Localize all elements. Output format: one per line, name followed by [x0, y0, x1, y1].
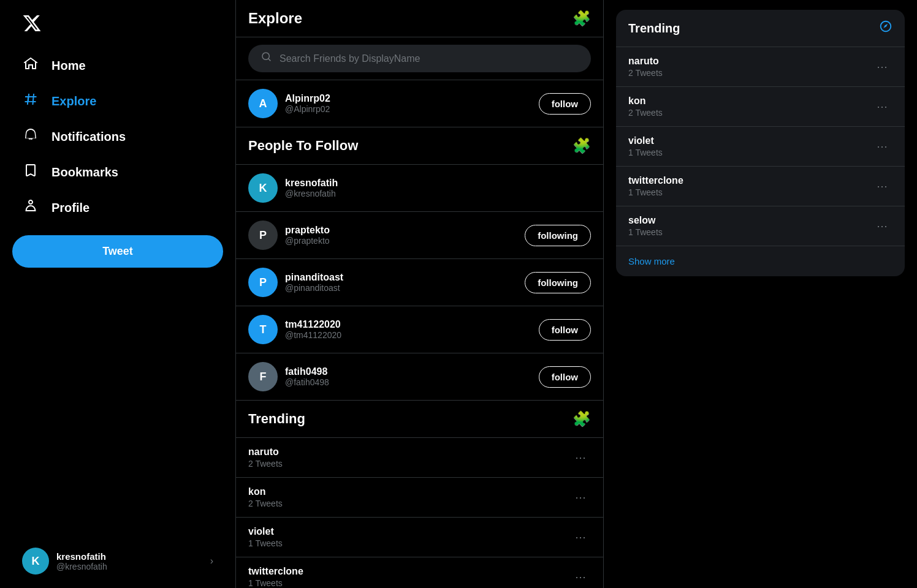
- trending-info: twitterclone 1 Tweets: [248, 566, 303, 588]
- trending-panel-item[interactable]: twitterclone 1 Tweets ⋯: [616, 167, 905, 206]
- main-content: Explore 🧩 A Alpinrp02 @Alpinrp02 follow …: [236, 0, 604, 588]
- user-handle: @fatih0498: [285, 377, 531, 387]
- trending-panel-item[interactable]: selow 1 Tweets ⋯: [616, 206, 905, 246]
- profile-icon: [22, 198, 39, 217]
- sidebar-item-label: Notifications: [51, 130, 126, 144]
- trending-panel-header: Trending: [616, 10, 905, 47]
- more-options-button[interactable]: ⋯: [872, 177, 892, 195]
- display-name: fatih0498: [285, 366, 531, 377]
- display-name: kresnofatih: [285, 178, 591, 189]
- sidebar-item-label: Bookmarks: [51, 165, 118, 179]
- people-to-follow-list: K kresnofatih @kresnofatih P praptekto @…: [236, 165, 603, 401]
- sidebar-item-label: Profile: [51, 201, 89, 215]
- list-item: T tm41122020 @tm41122020 follow: [236, 306, 603, 353]
- trending-name: kon: [248, 486, 283, 497]
- trending-count: 2 Tweets: [248, 499, 283, 508]
- trending-count: 2 Tweets: [248, 459, 283, 469]
- more-options-button[interactable]: ⋯: [872, 217, 892, 235]
- sidebar-item-notifications[interactable]: Notifications: [12, 119, 223, 154]
- puzzle-icon-2: 🧩: [573, 137, 591, 154]
- trending-name: twitterclone: [248, 566, 303, 577]
- chevron-right-icon: ›: [210, 556, 213, 567]
- follow-button[interactable]: follow: [539, 366, 591, 388]
- user-info: Alpinrp02 @Alpinrp02: [285, 93, 531, 114]
- trending-name: kon: [628, 96, 663, 107]
- puzzle-icon-3: 🧩: [573, 410, 591, 428]
- sidebar-item-label: Home: [51, 59, 86, 73]
- trending-item[interactable]: naruto 2 Tweets ⋯: [236, 438, 603, 478]
- sidebar-user-profile[interactable]: K kresnofatih @kresnofatih ›: [12, 540, 223, 582]
- sidebar-item-home[interactable]: Home: [12, 48, 223, 83]
- compass-icon: [879, 20, 892, 37]
- display-name: praptekto: [285, 225, 517, 236]
- avatar: K: [22, 548, 49, 575]
- tweet-button[interactable]: Tweet: [12, 235, 223, 268]
- trending-info: twitterclone 1 Tweets: [628, 175, 683, 197]
- trending-info: violet 1 Tweets: [628, 135, 663, 157]
- search-input[interactable]: [280, 53, 578, 64]
- user-info: fatih0498 @fatih0498: [285, 366, 531, 387]
- search-icon[interactable]: [261, 51, 272, 66]
- trending-item[interactable]: violet 1 Tweets ⋯: [236, 518, 603, 557]
- list-item: P praptekto @praptekto following: [236, 212, 603, 259]
- sidebar-user-info: kresnofatih @kresnofatih: [56, 551, 203, 571]
- search-bar: [236, 37, 603, 80]
- user-handle: @tm41122020: [285, 330, 531, 340]
- right-sidebar: Trending naruto 2 Tweets ⋯ kon 2 Tweets …: [604, 0, 917, 588]
- trending-count: 1 Tweets: [248, 538, 283, 548]
- trending-panel-item[interactable]: violet 1 Tweets ⋯: [616, 127, 905, 167]
- sidebar-item-profile[interactable]: Profile: [12, 190, 223, 225]
- trending-name: naruto: [628, 56, 663, 67]
- avatar: P: [248, 268, 278, 297]
- home-icon: [22, 56, 39, 75]
- follow-button[interactable]: follow: [539, 93, 591, 115]
- trending-list: naruto 2 Tweets ⋯ kon 2 Tweets ⋯ violet …: [236, 438, 603, 588]
- trending-item[interactable]: twitterclone 1 Tweets ⋯: [236, 557, 603, 588]
- user-info: praptekto @praptekto: [285, 225, 517, 246]
- avatar: A: [248, 89, 278, 118]
- page-title: Explore: [248, 10, 302, 27]
- user-info: kresnofatih @kresnofatih: [285, 178, 591, 198]
- more-options-button[interactable]: ⋯: [872, 137, 892, 156]
- more-options-button[interactable]: ⋯: [872, 58, 892, 76]
- following-button[interactable]: following: [525, 272, 591, 293]
- trending-header: Trending 🧩: [236, 401, 603, 438]
- list-item: F fatih0498 @fatih0498 follow: [236, 353, 603, 401]
- puzzle-icon: 🧩: [573, 10, 591, 27]
- trending-panel-item[interactable]: naruto 2 Tweets ⋯: [616, 47, 905, 87]
- more-options-button[interactable]: ⋯: [570, 528, 591, 546]
- main-header: Explore 🧩: [236, 0, 603, 37]
- trending-name: violet: [248, 526, 283, 537]
- avatar: F: [248, 362, 278, 391]
- more-options-button[interactable]: ⋯: [872, 97, 892, 116]
- trending-panel-item[interactable]: kon 2 Tweets ⋯: [616, 87, 905, 127]
- sidebar-handle: @kresnofatih: [56, 562, 203, 571]
- following-button[interactable]: following: [525, 225, 591, 246]
- sidebar-display-name: kresnofatih: [56, 551, 203, 562]
- user-handle: @pinanditoast: [285, 283, 517, 293]
- more-options-button[interactable]: ⋯: [570, 448, 591, 467]
- trending-count: 1 Tweets: [628, 227, 663, 237]
- people-to-follow-header: People To Follow 🧩: [236, 127, 603, 165]
- trending-info: violet 1 Tweets: [248, 526, 283, 548]
- trending-count: 1 Tweets: [248, 578, 303, 588]
- trending-count: 1 Tweets: [628, 187, 683, 197]
- sidebar-item-explore[interactable]: Explore: [12, 83, 223, 119]
- trending-name: selow: [628, 215, 663, 226]
- user-info: pinanditoast @pinanditoast: [285, 272, 517, 293]
- more-options-button[interactable]: ⋯: [570, 568, 591, 586]
- follow-button[interactable]: follow: [539, 319, 591, 341]
- trending-panel-title: Trending: [628, 21, 680, 36]
- trending-count: 2 Tweets: [628, 108, 663, 118]
- trending-name: violet: [628, 135, 663, 146]
- show-more-button[interactable]: Show more: [616, 246, 905, 276]
- trending-info: kon 2 Tweets: [248, 486, 283, 508]
- trending-item[interactable]: kon 2 Tweets ⋯: [236, 478, 603, 518]
- display-name: tm41122020: [285, 319, 531, 330]
- list-item: P pinanditoast @pinanditoast following: [236, 259, 603, 306]
- avatar: K: [248, 173, 278, 203]
- trending-count: 1 Tweets: [628, 148, 663, 157]
- trending-info: naruto 2 Tweets: [628, 56, 663, 78]
- more-options-button[interactable]: ⋯: [570, 488, 591, 507]
- sidebar-item-bookmarks[interactable]: Bookmarks: [12, 154, 223, 190]
